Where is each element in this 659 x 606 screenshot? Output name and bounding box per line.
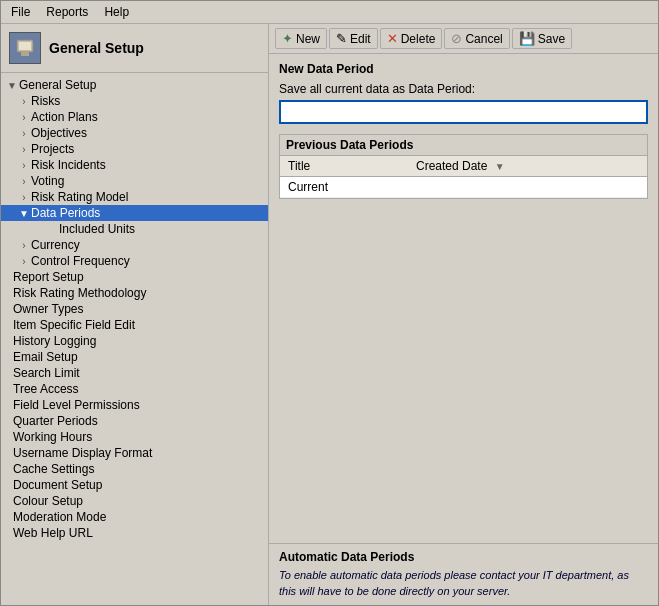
left-panel-title: General Setup — [49, 40, 144, 56]
tree-item-control-frequency[interactable]: › Control Frequency — [1, 253, 268, 269]
info-panel-title: Automatic Data Periods — [279, 550, 648, 564]
save-button[interactable]: 💾 Save — [512, 28, 572, 49]
tree-item-included-units[interactable]: Included Units — [1, 221, 268, 237]
tree-item-document-setup[interactable]: Document Setup — [1, 477, 268, 493]
delete-button[interactable]: ✕ Delete — [380, 28, 443, 49]
tree-item-web-help-url[interactable]: Web Help URL — [1, 525, 268, 541]
arrow-control-frequency: › — [17, 256, 31, 267]
tree-label-action-plans: Action Plans — [31, 110, 98, 124]
col-created-date[interactable]: Created Date ▼ — [408, 156, 647, 177]
tree-label-username-display-format: Username Display Format — [13, 446, 152, 460]
row-title-cell: Current — [280, 177, 408, 198]
edit-button[interactable]: ✎ Edit — [329, 28, 378, 49]
cancel-button[interactable]: ⊘ Cancel — [444, 28, 509, 49]
svg-rect-1 — [19, 42, 31, 50]
right-panel: ✦ New ✎ Edit ✕ Delete ⊘ Cancel 💾 Save — [269, 24, 658, 605]
tree-label-search-limit: Search Limit — [13, 366, 80, 380]
arrow-voting: › — [17, 176, 31, 187]
form-label: Save all current data as Data Period: — [279, 82, 648, 96]
tree-label-document-setup: Document Setup — [13, 478, 102, 492]
arrow-risks: › — [17, 96, 31, 107]
tree-label-item-specific-field-edit: Item Specific Field Edit — [13, 318, 135, 332]
menu-file[interactable]: File — [5, 3, 36, 21]
tree-item-search-limit[interactable]: Search Limit — [1, 365, 268, 381]
tree-item-risk-rating-methodology[interactable]: Risk Rating Methodology — [1, 285, 268, 301]
arrow-projects: › — [17, 144, 31, 155]
cancel-icon: ⊘ — [451, 31, 462, 46]
tree-item-working-hours[interactable]: Working Hours — [1, 429, 268, 445]
tree-label-risks: Risks — [31, 94, 60, 108]
toolbar: ✦ New ✎ Edit ✕ Delete ⊘ Cancel 💾 Save — [269, 24, 658, 54]
main-area: General Setup ▼ General Setup › Risks › … — [1, 24, 658, 605]
left-panel: General Setup ▼ General Setup › Risks › … — [1, 24, 269, 605]
tree-label-included-units: Included Units — [59, 222, 135, 236]
tree-label-tree-access: Tree Access — [13, 382, 79, 396]
tree-item-username-display-format[interactable]: Username Display Format — [1, 445, 268, 461]
tree-label-web-help-url: Web Help URL — [13, 526, 93, 540]
tree-label-report-setup: Report Setup — [13, 270, 84, 284]
tree-label-quarter-periods: Quarter Periods — [13, 414, 98, 428]
app-window: File Reports Help General Setup ▼ — [0, 0, 659, 606]
tree-item-voting[interactable]: › Voting — [1, 173, 268, 189]
info-panel-text: To enable automatic data periods please … — [279, 568, 648, 599]
tree-label-owner-types: Owner Types — [13, 302, 83, 316]
tree-item-tree-access[interactable]: Tree Access — [1, 381, 268, 397]
sort-arrow-icon: ▼ — [495, 161, 505, 172]
tree-item-owner-types[interactable]: Owner Types — [1, 301, 268, 317]
previous-data-periods-section: Previous Data Periods Title Created Date — [279, 134, 648, 199]
tree-item-report-setup[interactable]: Report Setup — [1, 269, 268, 285]
arrow-currency: › — [17, 240, 31, 251]
info-panel: Automatic Data Periods To enable automat… — [269, 543, 658, 605]
tree-label-field-level-permissions: Field Level Permissions — [13, 398, 140, 412]
arrow-risk-rating-model: › — [17, 192, 31, 203]
arrow-general-setup: ▼ — [5, 80, 19, 91]
delete-icon: ✕ — [387, 31, 398, 46]
tree-item-cache-settings[interactable]: Cache Settings — [1, 461, 268, 477]
edit-label: Edit — [350, 32, 371, 46]
svg-rect-2 — [21, 52, 29, 56]
tree-item-risks[interactable]: › Risks — [1, 93, 268, 109]
tree-item-action-plans[interactable]: › Action Plans — [1, 109, 268, 125]
new-label: New — [296, 32, 320, 46]
tree-item-projects[interactable]: › Projects — [1, 141, 268, 157]
arrow-data-periods: ▼ — [17, 208, 31, 219]
tree-item-colour-setup[interactable]: Colour Setup — [1, 493, 268, 509]
delete-label: Delete — [401, 32, 436, 46]
col-title-label: Title — [288, 159, 310, 173]
menubar: File Reports Help — [1, 1, 658, 24]
col-title[interactable]: Title — [280, 156, 408, 177]
tree-label-risk-incidents: Risk Incidents — [31, 158, 106, 172]
menu-reports[interactable]: Reports — [40, 3, 94, 21]
tree-item-moderation-mode[interactable]: Moderation Mode — [1, 509, 268, 525]
tree-item-history-logging[interactable]: History Logging — [1, 333, 268, 349]
tree-label-voting: Voting — [31, 174, 64, 188]
edit-icon: ✎ — [336, 31, 347, 46]
tree-item-quarter-periods[interactable]: Quarter Periods — [1, 413, 268, 429]
tree-label-email-setup: Email Setup — [13, 350, 78, 364]
tree-item-data-periods[interactable]: ▼ Data Periods — [1, 205, 268, 221]
new-button[interactable]: ✦ New — [275, 28, 327, 49]
tree-item-risk-incidents[interactable]: › Risk Incidents — [1, 157, 268, 173]
tree: ▼ General Setup › Risks › Action Plans ›… — [1, 73, 268, 545]
save-icon: 💾 — [519, 31, 535, 46]
tree-item-general-setup[interactable]: ▼ General Setup — [1, 77, 268, 93]
tree-item-objectives[interactable]: › Objectives — [1, 125, 268, 141]
tree-label-risk-rating-model: Risk Rating Model — [31, 190, 128, 204]
menu-help[interactable]: Help — [98, 3, 135, 21]
tree-label-working-hours: Working Hours — [13, 430, 92, 444]
tree-item-risk-rating-model[interactable]: › Risk Rating Model — [1, 189, 268, 205]
header-icon — [9, 32, 41, 64]
col-created-date-label: Created Date — [416, 159, 487, 173]
tree-item-item-specific-field-edit[interactable]: Item Specific Field Edit — [1, 317, 268, 333]
cancel-label: Cancel — [465, 32, 502, 46]
tree-item-currency[interactable]: › Currency — [1, 237, 268, 253]
table-row[interactable]: Current — [280, 177, 647, 198]
arrow-risk-incidents: › — [17, 160, 31, 171]
tree-item-field-level-permissions[interactable]: Field Level Permissions — [1, 397, 268, 413]
arrow-objectives: › — [17, 128, 31, 139]
tree-label-currency: Currency — [31, 238, 80, 252]
tree-item-email-setup[interactable]: Email Setup — [1, 349, 268, 365]
tree-label-projects: Projects — [31, 142, 74, 156]
tree-label-control-frequency: Control Frequency — [31, 254, 130, 268]
data-period-input[interactable] — [279, 100, 648, 124]
